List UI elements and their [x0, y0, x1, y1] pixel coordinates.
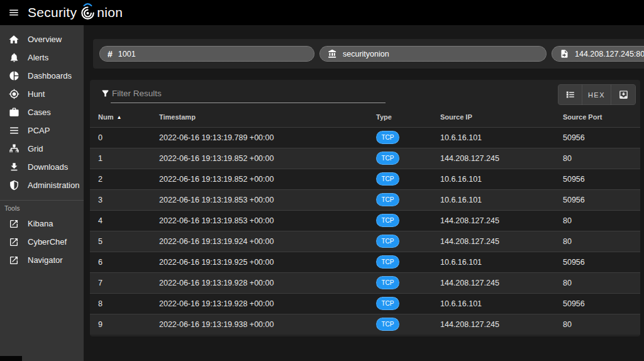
sidebar-item-overview[interactable]: Overview	[0, 30, 84, 48]
packet-num-cell: 9	[90, 314, 159, 335]
sidebar-item-administration[interactable]: Administration	[0, 176, 84, 194]
protocol-badge[interactable]: TCP	[376, 172, 399, 186]
tools-section-label: Tools	[0, 201, 84, 214]
protocol-badge[interactable]: TCP	[376, 235, 399, 248]
file-export-icon	[560, 49, 569, 58]
crosshairs-icon	[8, 89, 19, 100]
packet-source-ip-cell: 144.208.127.245	[440, 231, 563, 252]
external-link-icon	[8, 236, 19, 248]
packet-row[interactable]: 1 2022-06-16 19:13:19.852 +00:00 TCP 144…	[90, 148, 640, 169]
packet-type-cell: TCP	[376, 169, 440, 189]
list-view-button[interactable]	[558, 85, 582, 104]
packet-timestamp-cell: 2022-06-16 19:13:19.852 +00:00	[159, 148, 376, 169]
packet-row[interactable]: 0 2022-06-16 19:13:19.789 +00:00 TCP 10.…	[90, 127, 640, 148]
protocol-badge[interactable]: TCP	[376, 276, 399, 289]
packet-row[interactable]: 2 2022-06-16 19:13:19.852 +00:00 TCP 10.…	[90, 169, 640, 189]
sidebar-item-label: Overview	[28, 35, 62, 44]
sidebar-item-dashboards[interactable]: Dashboards	[0, 67, 84, 85]
protocol-badge[interactable]: TCP	[376, 318, 399, 331]
packet-type-cell: TCP	[376, 210, 440, 231]
column-header-num[interactable]: Num▲	[90, 108, 159, 127]
lines-icon	[8, 125, 19, 136]
sidebar-item-cases[interactable]: Cases	[0, 103, 84, 121]
packet-source-ip-cell: 10.6.16.101	[440, 293, 563, 314]
packet-type-cell: TCP	[376, 314, 440, 335]
sidebar-tool-cyberchef[interactable]: CyberChef	[0, 233, 84, 251]
sidebar-item-label: Administration	[28, 181, 79, 190]
column-header-timestamp[interactable]: Timestamp	[159, 108, 376, 127]
hex-view-button[interactable]: HEX	[582, 85, 611, 104]
app-logo[interactable]: Security nion	[28, 2, 123, 24]
sidebar-item-alerts[interactable]: Alerts	[0, 48, 84, 67]
brand-text-prefix: Security	[28, 5, 77, 20]
packet-source-ip-cell: 144.208.127.245	[440, 314, 563, 335]
packet-type-cell: TCP	[376, 148, 440, 169]
sidebar-item-grid[interactable]: Grid	[0, 140, 84, 158]
packet-source-ip-cell: 10.6.16.101	[440, 252, 563, 272]
sidebar-item-downloads[interactable]: Downloads	[0, 158, 84, 176]
column-header-source-port[interactable]: Source Port	[563, 108, 640, 127]
packet-row[interactable]: 8 2022-06-16 19:13:19.928 +00:00 TCP 10.…	[90, 293, 640, 314]
packet-row[interactable]: 9 2022-06-16 19:13:19.938 +00:00 TCP 144…	[90, 314, 640, 335]
packet-table-header-row: Num▲ Timestamp Type Source IP Source Por…	[90, 108, 640, 127]
protocol-badge[interactable]: TCP	[376, 214, 399, 227]
packet-row[interactable]: 5 2022-06-16 19:13:19.924 +00:00 TCP 144…	[90, 231, 640, 252]
packet-row[interactable]: 7 2022-06-16 19:13:19.928 +00:00 TCP 144…	[90, 272, 640, 293]
security-onion-logo-icon	[79, 3, 96, 25]
packet-source-ip-cell: 144.208.127.245	[440, 148, 563, 169]
packet-source-ip-cell: 144.208.127.245	[440, 272, 563, 293]
sidebar-tool-navigator[interactable]: Navigator	[0, 251, 84, 269]
column-header-source-ip[interactable]: Source IP	[440, 108, 563, 127]
home-icon	[8, 34, 19, 45]
packet-row[interactable]: 3 2022-06-16 19:13:19.853 +00:00 TCP 10.…	[90, 189, 640, 210]
packet-source-port-cell: 80	[563, 148, 640, 169]
column-header-type[interactable]: Type	[376, 108, 440, 127]
job-number-chip[interactable]: # 1001	[99, 46, 314, 62]
packet-source-port-cell: 80	[563, 272, 640, 293]
download-pcap-button[interactable]	[611, 85, 635, 104]
packet-timestamp-cell: 2022-06-16 19:13:19.853 +00:00	[159, 210, 376, 231]
packet-row[interactable]: 4 2022-06-16 19:13:19.853 +00:00 TCP 144…	[90, 210, 640, 231]
briefcase-icon	[8, 107, 19, 118]
sidebar-tool-label: Navigator	[28, 255, 63, 265]
packet-source-port-cell: 50956	[563, 293, 640, 314]
packet-row[interactable]: 6 2022-06-16 19:13:19.925 +00:00 TCP 10.…	[90, 252, 640, 272]
packet-num-cell: 2	[90, 169, 159, 189]
sidebar-tool-label: Kibana	[28, 219, 53, 228]
packet-source-port-cell: 50956	[563, 127, 640, 148]
filter-endpoint-chip-label: 144.208.127.245:80	[575, 50, 644, 58]
packet-source-port-cell: 80	[563, 314, 640, 335]
pie-chart-icon	[8, 70, 19, 82]
packet-num-cell: 3	[90, 189, 159, 210]
protocol-badge[interactable]: TCP	[376, 297, 399, 310]
filter-funnel-icon	[101, 89, 110, 101]
sensor-icon	[328, 49, 337, 58]
hex-view-label: HEX	[588, 91, 605, 99]
hamburger-menu-icon[interactable]	[0, 0, 28, 25]
sidebar-item-label: Cases	[28, 108, 51, 117]
external-link-icon	[8, 255, 19, 266]
sidebar-item-hunt[interactable]: Hunt	[0, 85, 84, 103]
protocol-badge[interactable]: TCP	[376, 193, 399, 206]
packet-num-cell: 7	[90, 272, 159, 293]
sidebar-tool-kibana[interactable]: Kibana	[0, 214, 84, 233]
protocol-badge[interactable]: TCP	[376, 152, 399, 165]
sidebar-item-label: Alerts	[28, 53, 48, 62]
sensor-chip[interactable]: securityonion	[319, 46, 547, 62]
bottom-edge-strip	[0, 356, 22, 361]
view-toggle-group: HEX	[558, 84, 636, 105]
filter-results-input[interactable]	[111, 86, 386, 103]
shield-icon	[8, 180, 19, 191]
packet-source-ip-cell: 10.6.16.101	[440, 127, 563, 148]
list-view-icon	[565, 89, 575, 100]
protocol-badge[interactable]: TCP	[376, 131, 399, 144]
packet-num-cell: 0	[90, 127, 159, 148]
packet-type-cell: TCP	[376, 189, 440, 210]
filter-endpoint-chip[interactable]: 144.208.127.245:80	[552, 46, 644, 62]
sidebar-item-label: PCAP	[28, 126, 50, 135]
sidebar-item-pcap[interactable]: PCAP	[0, 121, 84, 140]
protocol-badge[interactable]: TCP	[376, 255, 399, 269]
sitemap-icon	[8, 143, 19, 155]
packet-timestamp-cell: 2022-06-16 19:13:19.928 +00:00	[159, 272, 376, 293]
packet-type-cell: TCP	[376, 127, 440, 148]
